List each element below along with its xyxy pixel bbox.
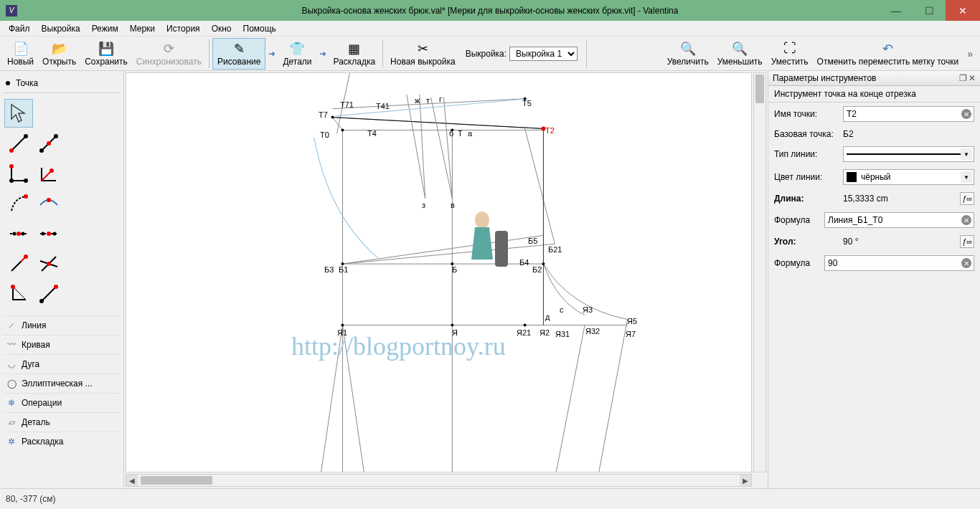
pattern-dropdown[interactable]: Выкройка 1 bbox=[509, 47, 578, 61]
menu-window[interactable]: Окно bbox=[206, 22, 237, 35]
svg-point-7 bbox=[9, 164, 14, 168]
line-type-select[interactable]: ▼ bbox=[843, 146, 974, 162]
scroll-thumb[interactable] bbox=[755, 75, 764, 103]
menu-pattern[interactable]: Выкройка bbox=[36, 22, 86, 35]
tool-section-header[interactable]: Точка bbox=[3, 74, 121, 93]
svg-line-42 bbox=[443, 97, 452, 199]
point-name-input[interactable] bbox=[843, 106, 974, 122]
new-pattern-button[interactable]: ✂Новая выкройка bbox=[386, 38, 460, 70]
layout-mode-button[interactable]: ▦Раскладка bbox=[329, 38, 380, 70]
tool-intersect-a[interactable] bbox=[4, 219, 33, 248]
tool-triangle[interactable] bbox=[4, 280, 33, 308]
point-label: Я7 bbox=[626, 330, 636, 338]
svg-line-54 bbox=[599, 320, 628, 472]
svg-point-65 bbox=[451, 323, 453, 326]
scroll-right-arrow[interactable]: ▶ bbox=[740, 475, 751, 486]
category-ellipse[interactable]: ◯Эллиптическая ... bbox=[3, 374, 121, 393]
tool-perpendicular[interactable] bbox=[34, 280, 63, 308]
line-color-select[interactable]: чёрный▼ bbox=[843, 169, 974, 185]
svg-point-27 bbox=[47, 262, 51, 266]
properties-panel: Параметры инструментов ❐✕ Инструмент точ… bbox=[768, 71, 980, 488]
point-label: а bbox=[468, 129, 472, 138]
minimize-button[interactable]: — bbox=[880, 0, 913, 21]
length-formula-input[interactable] bbox=[824, 212, 974, 228]
tool-intersect-b[interactable] bbox=[34, 219, 63, 248]
maximize-button[interactable]: ☐ bbox=[913, 0, 946, 21]
tool-line-mid[interactable] bbox=[34, 129, 63, 158]
menu-file[interactable]: Файл bbox=[3, 22, 36, 35]
tool-name-header: Инструмент точка на конце отрезка bbox=[768, 86, 980, 103]
tool-line-end[interactable] bbox=[4, 129, 33, 158]
clear-icon[interactable]: ✕ bbox=[961, 258, 971, 268]
angle-formula-input[interactable] bbox=[824, 255, 974, 271]
angle-value: 90 ° bbox=[843, 237, 953, 247]
point-label: Я3 bbox=[583, 305, 593, 314]
chevron-down-icon: ▼ bbox=[961, 171, 972, 183]
point-label: ж bbox=[415, 96, 420, 105]
drawing-canvas[interactable]: Т7 Т71 Т41 ж т г Т5 Т0 Т4 б Т а Т2 з в Б… bbox=[126, 72, 752, 472]
fx-button[interactable]: ƒ∞ bbox=[960, 192, 974, 205]
tool-crossing[interactable] bbox=[34, 249, 63, 278]
point-tool-grid bbox=[3, 97, 121, 310]
save-button[interactable]: 💾Сохранить bbox=[80, 38, 132, 70]
zoom-fit-button[interactable]: ⛶Уместить bbox=[767, 38, 813, 70]
detail-icon: ▱ bbox=[6, 417, 17, 427]
new-icon: 📄 bbox=[13, 41, 29, 57]
open-button[interactable]: 📂Открыть bbox=[38, 38, 80, 70]
svg-point-31 bbox=[39, 299, 44, 303]
svg-line-38 bbox=[333, 118, 343, 130]
toolbar-separator bbox=[586, 39, 587, 68]
tool-pointer[interactable] bbox=[4, 99, 33, 128]
layout-cat-icon: ✲ bbox=[6, 437, 17, 447]
category-line[interactable]: ⟋Линия bbox=[3, 315, 121, 335]
svg-point-29 bbox=[11, 285, 15, 289]
scroll-left-arrow[interactable]: ◀ bbox=[126, 475, 138, 486]
vertical-scrollbar[interactable] bbox=[753, 72, 766, 472]
menu-history[interactable]: История bbox=[161, 22, 206, 35]
details-mode-button[interactable]: 👕Детали bbox=[278, 38, 316, 70]
toolbar-separator bbox=[382, 39, 383, 68]
chevron-down-icon: ▼ bbox=[961, 148, 972, 160]
canvas-area: Т7 Т71 Т41 ж т г Т5 Т0 Т4 б Т а Т2 з в Б… bbox=[124, 71, 768, 488]
category-operations[interactable]: ❄Операции bbox=[3, 393, 121, 412]
tool-bisector[interactable] bbox=[34, 159, 63, 188]
scroll-thumb[interactable] bbox=[141, 476, 212, 485]
point-label: Т4 bbox=[367, 129, 377, 138]
svg-point-66 bbox=[524, 323, 527, 326]
tool-shoulder[interactable] bbox=[4, 249, 33, 278]
category-layout[interactable]: ✲Раскладка bbox=[3, 432, 121, 451]
close-panel-icon[interactable]: ✕ bbox=[969, 73, 976, 83]
category-detail[interactable]: ▱Деталь bbox=[3, 412, 121, 432]
zoom-out-button[interactable]: 🔍Уменьшить bbox=[713, 38, 767, 70]
clear-icon[interactable]: ✕ bbox=[961, 215, 971, 225]
arrow-icon: ➜ bbox=[316, 49, 329, 59]
tool-curve-point[interactable] bbox=[34, 189, 63, 218]
svg-point-8 bbox=[9, 179, 14, 183]
tool-angle[interactable] bbox=[4, 159, 33, 188]
zoom-in-button[interactable]: 🔍Увеличить bbox=[663, 38, 713, 70]
category-arc[interactable]: ◡Дуга bbox=[3, 354, 121, 374]
menu-mode[interactable]: Режим bbox=[86, 22, 124, 35]
clear-icon[interactable]: ✕ bbox=[961, 109, 971, 119]
sync-button[interactable]: ⟳Синхронизовать bbox=[132, 38, 206, 70]
svg-line-52 bbox=[342, 325, 364, 472]
point-label: Б1 bbox=[339, 265, 348, 274]
arrow-icon: ➜ bbox=[265, 49, 278, 59]
tool-arc-point[interactable] bbox=[4, 189, 33, 218]
prop-base-point: Базовая точка: Б2 bbox=[768, 125, 980, 143]
draw-mode-button[interactable]: ✎Рисование bbox=[212, 38, 265, 70]
point-label: з bbox=[422, 201, 425, 209]
close-button[interactable]: ✕ bbox=[946, 0, 980, 21]
point-label: Б5 bbox=[528, 237, 537, 245]
svg-line-41 bbox=[431, 97, 453, 199]
menu-help[interactable]: Помощь bbox=[237, 22, 282, 35]
new-button[interactable]: 📄Новый bbox=[3, 38, 38, 70]
fx-button[interactable]: ƒ∞ bbox=[960, 235, 974, 248]
save-icon: 💾 bbox=[98, 41, 114, 57]
menu-measurements[interactable]: Мерки bbox=[124, 22, 161, 35]
undock-icon[interactable]: ❐ bbox=[959, 73, 967, 83]
toolbar-overflow[interactable]: » bbox=[963, 48, 977, 60]
horizontal-scrollbar[interactable]: ◀ ▶ bbox=[126, 474, 752, 487]
undo-move-button[interactable]: ↶Отменить переместить метку точки bbox=[813, 38, 963, 70]
category-curve[interactable]: 〰Кривая bbox=[3, 335, 121, 354]
